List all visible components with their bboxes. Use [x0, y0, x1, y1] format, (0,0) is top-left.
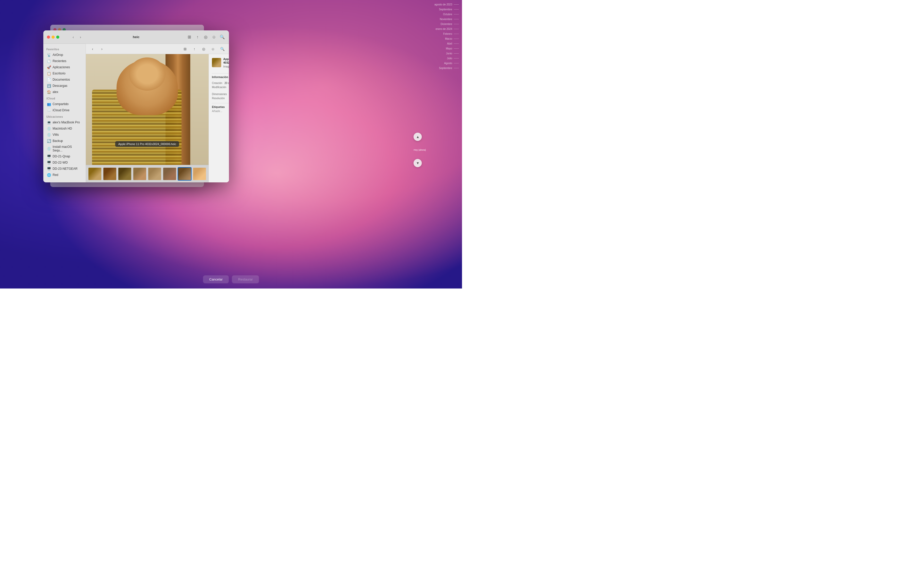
sidebar-label-compartido: Compartido	[53, 102, 69, 106]
finder-toolbar2: ‹ › ⊞ ↑ ◎ ☺ 🔍	[86, 44, 229, 54]
sidebar-item-recientes[interactable]: 🕐 Recientes	[44, 58, 84, 64]
calendar-item: Octubre	[433, 12, 460, 16]
dd22-icon: 🖥️	[47, 161, 51, 164]
info-file-header: Apple iPhone 11 Pro 4032x302...00006.hei…	[212, 57, 229, 68]
sidebar-label-dd21: DD-21-Qnap	[53, 155, 70, 158]
sidebar-item-documentos[interactable]: 📄 Documentos	[44, 76, 84, 83]
sidebar-label-descargas: Descargas	[53, 84, 67, 88]
restore-button[interactable]: Restaurar	[232, 276, 259, 283]
sidebar-label-macintosh: Macintosh HD	[53, 127, 72, 131]
back-icon-2[interactable]: ‹	[89, 45, 96, 53]
info-key-dimensiones: Dimensiones	[212, 93, 227, 95]
sidebar-item-airdrop[interactable]: 📡 AirDrop	[44, 52, 84, 58]
sidebar-item-macbook[interactable]: 💻 alex's MacBook Pro	[44, 119, 84, 126]
sidebar-label-dd22: DD-22-WD	[53, 161, 68, 164]
alex-icon: 🏠	[47, 90, 51, 94]
forward-icon-2[interactable]: ›	[98, 45, 105, 53]
thumbnail-6[interactable]	[163, 167, 177, 181]
sidebar-item-red[interactable]: 🌐 Red	[44, 172, 84, 178]
info-value-creacion: 20 de abril de 2020, 15:42	[225, 82, 229, 84]
calendar-item: Febrero	[433, 32, 460, 36]
forward-button[interactable]: ›	[78, 34, 84, 40]
sidebar-item-install[interactable]: 💿 Install macOS Sequ...	[44, 144, 84, 153]
scroll-down-icon[interactable]: ▼	[414, 159, 422, 167]
sidebar-item-descargas[interactable]: ⬇️ Descargas	[44, 83, 84, 89]
info-key-resolucion: Resolución	[212, 97, 225, 100]
info-thumbnail	[212, 58, 221, 67]
sidebar-item-alex[interactable]: 🏠 alex	[44, 89, 84, 95]
sidebar-item-dd22[interactable]: 🖥️ DD-22-WD	[44, 160, 84, 166]
search-icon[interactable]: 🔍	[219, 34, 225, 40]
favorites-header: Favoritos	[43, 46, 86, 52]
fullscreen-button[interactable]	[56, 35, 59, 39]
calendar-item: Marzo	[433, 37, 460, 41]
cancel-button[interactable]: Cancelar	[203, 276, 229, 283]
view-icon-2[interactable]: ⊞	[181, 45, 189, 53]
finder-body: Favoritos 📡 AirDrop 🕐 Recientes 🚀 Aplica…	[43, 44, 229, 182]
calendar-item: Abril	[433, 42, 460, 45]
search-icon-2[interactable]: 🔍	[219, 45, 226, 53]
back-button[interactable]: ‹	[70, 34, 76, 40]
airdrop-icon: 📡	[47, 53, 51, 57]
thumb-img-6	[163, 168, 176, 180]
calendar-item: Agosto	[433, 61, 460, 65]
thumbnail-7-active[interactable]	[178, 167, 192, 181]
sidebar-item-vms[interactable]: 💿 VMs	[44, 132, 84, 138]
thumbnail-2[interactable]	[103, 167, 117, 181]
sidebar-item-escritorio[interactable]: 📋 Escritorio	[44, 70, 84, 76]
thumb-img-1	[89, 168, 101, 180]
thumb-img-3	[118, 168, 131, 180]
sidebar-label-escritorio: Escritorio	[53, 72, 66, 75]
thumbnail-3[interactable]	[118, 167, 132, 181]
action-icon-2[interactable]: ☺	[209, 45, 216, 53]
view-mode-icon[interactable]: ⊞	[186, 34, 192, 40]
sidebar-item-backup[interactable]: 🔄 Backup	[44, 138, 84, 144]
vms-icon: 💿	[47, 133, 51, 137]
sidebar-label-airdrop: AirDrop	[53, 53, 63, 56]
finder-title: heic	[133, 35, 139, 39]
finder-titlebar: ‹ › heic ⊞ ↑ ◎ ☺ 🔍	[43, 31, 229, 44]
sidebar-item-macintosh[interactable]: 💿 Macintosh HD	[44, 126, 84, 132]
share-icon[interactable]: ↑	[194, 34, 200, 40]
thumbnail-5[interactable]	[148, 167, 162, 181]
sidebar-label-alex: alex	[53, 90, 58, 94]
sidebar-item-dd21[interactable]: 🖥️ DD-21-Qnap	[44, 153, 84, 160]
sidebar-item-dd23[interactable]: 🖥️ DD-23-NETGEAR	[44, 166, 84, 172]
thumb-img-2	[103, 168, 116, 180]
info-section-row: Información Mostrar más	[212, 76, 229, 80]
info-file-details: Apple iPhone 11 Pro 4032x302...00006.hei…	[223, 57, 229, 68]
documentos-icon: 📄	[47, 77, 51, 82]
sidebar-item-aplicaciones[interactable]: 🚀 Aplicaciones	[44, 64, 84, 70]
thumbnail-4[interactable]	[133, 167, 147, 181]
red-icon: 🌐	[47, 173, 51, 177]
calendar-item: Septiembre	[433, 66, 460, 70]
tag-icon-2[interactable]: ◎	[200, 45, 207, 53]
tag-icon[interactable]: ◎	[203, 34, 209, 40]
action-icon[interactable]: ☺	[211, 34, 217, 40]
calendar-item: Junio	[433, 52, 460, 55]
sidebar-item-compartido[interactable]: 👥 Compartido	[44, 101, 84, 107]
main-image-container[interactable]: Apple iPhone 11 Pro 4032x3024_000006.hei…	[86, 54, 208, 165]
share-icon-2[interactable]: ↑	[191, 45, 198, 53]
minimize-button[interactable]	[52, 35, 55, 39]
sidebar-label-install: Install macOS Sequ...	[53, 145, 82, 152]
dd23-icon: 🖥️	[47, 167, 51, 171]
calendar-item: Julio	[433, 56, 460, 60]
info-tags-add[interactable]: Añadir...	[212, 110, 229, 113]
info-row-modificacion: Modificación 20 de abril de 2020, 15:42	[212, 86, 229, 92]
sidebar-label-dd23: DD-23-NETGEAR	[53, 167, 78, 171]
thumbnail-8[interactable]	[192, 167, 207, 181]
thumb-img-8	[193, 168, 206, 180]
close-button[interactable]	[47, 35, 50, 39]
sidebar-item-icloud[interactable]: ☁️ iCloud Drive	[44, 107, 84, 113]
thumbnail-1[interactable]	[88, 167, 102, 181]
scroll-up-icon[interactable]: ▲	[414, 133, 422, 141]
sidebar-label-vms: VMs	[53, 133, 59, 137]
compartido-icon: 👥	[47, 102, 51, 106]
calendar-item: Mayo	[433, 47, 460, 50]
sidebar-label-aplicaciones: Aplicaciones	[53, 65, 70, 69]
image-area: Apple iPhone 11 Pro 4032x3024_000006.hei…	[86, 54, 208, 182]
info-value-modificacion: 20 de abril de 2020, 15:42	[228, 86, 229, 92]
info-row-creacion: Creación 20 de abril de 2020, 15:42	[212, 82, 229, 84]
icloud-icon: ☁️	[47, 108, 51, 112]
